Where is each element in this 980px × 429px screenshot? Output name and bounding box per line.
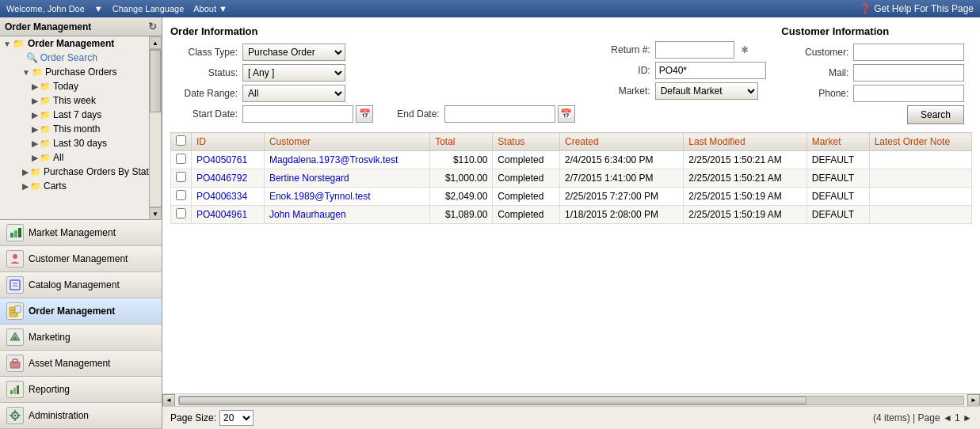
select-all-checkbox[interactable] [176,135,186,146]
customer-input[interactable] [853,44,964,61]
table-header: ID Customer Total Status Created Last Mo… [171,133,972,151]
row-customer[interactable]: Enok.1989@Tynnol.test [264,188,429,206]
sidebar-item-marketing[interactable]: Marketing [0,325,162,351]
row-checkbox-cell[interactable] [171,151,192,169]
id-row: ID: [583,62,774,79]
sidebar-item-this-month[interactable]: ▶ 📁 This month [0,122,149,136]
sidebar-item-catalog-management[interactable]: Catalog Management [0,272,162,298]
sidebar-item-administration[interactable]: Administration [0,403,162,429]
mail-row: Mail: [781,64,972,82]
sidebar-item-reporting[interactable]: Reporting [0,377,162,403]
sidebar-item-last-30-days[interactable]: ▶ 📁 Last 30 days [0,136,149,150]
status-select[interactable]: [ Any ] Completed Pending [242,64,345,82]
col-header-id[interactable]: ID [192,133,265,151]
scroll-track[interactable] [149,49,162,207]
help-link[interactable]: ❓ Get Help For This Page [860,4,974,13]
end-date-calendar-icon[interactable]: 📅 [558,105,575,123]
sidebar-item-market-management[interactable]: Market Management [0,220,162,246]
end-date-input[interactable] [444,105,555,123]
row-checkbox-cell[interactable] [171,188,192,206]
sidebar-item-customer-management[interactable]: Customer Management [0,246,162,272]
row-note [869,169,971,188]
folder-icon: 📁 [40,82,51,92]
class-type-select[interactable]: Purchase Order Return Order Quote [242,44,345,61]
order-management-icon [6,302,24,320]
page-size-select[interactable]: 10 20 50 100 [219,410,254,426]
marketing-icon [6,328,24,346]
start-date-row: Start Date: 📅 End Date: 📅 [170,105,575,123]
col-header-last-modified[interactable]: Last Modified [684,133,807,151]
sidebar-item-po-by-stat[interactable]: ▶ 📁 Purchase Orders By Stat [0,165,149,179]
row-checkbox[interactable] [176,190,186,200]
row-customer[interactable]: Bertine Norstegard [264,169,429,188]
scroll-left-btn[interactable]: ◄ [162,394,175,407]
date-range-label: Date Range: [170,88,238,99]
sidebar-item-label: Reporting [29,384,70,395]
about-menu[interactable]: About ▼ [193,4,227,13]
search-button[interactable]: Search [907,105,964,124]
row-checkbox[interactable] [176,208,186,218]
topbar-left: Welcome, John Doe ▼ Change Language Abou… [6,4,227,13]
sidebar-item-today[interactable]: ▶ 📁 Today [0,79,149,93]
market-label: Market: [583,85,650,97]
content-area: Order Information Class Type: Purchase O… [162,17,980,429]
phone-input[interactable] [853,85,964,102]
scroll-track-h[interactable] [178,396,964,405]
refresh-icon[interactable]: ↻ [148,21,157,32]
row-last-modified: 2/25/2015 1:50:21 AM [684,169,807,188]
sidebar-item-purchase-orders[interactable]: ▼ 📁 Purchase Orders [0,65,149,79]
return-input[interactable] [655,41,734,59]
expand-icon: ▶ [32,154,38,162]
sidebar-item-order-management[interactable]: Order Management [0,298,162,325]
sidebar-item-asset-management[interactable]: Asset Management [0,351,162,377]
row-checkbox[interactable] [176,172,186,182]
date-range-select[interactable]: All Today This Week This Month Custom [242,85,345,102]
id-input[interactable] [655,62,766,79]
col-header-status[interactable]: Status [493,133,560,151]
start-date-input[interactable] [242,105,353,123]
scroll-down-btn[interactable]: ▼ [149,207,162,220]
sidebar-item-order-management-root[interactable]: ▼ 📁 Order Management [0,36,149,51]
start-date-calendar-icon[interactable]: 📅 [356,105,373,123]
scroll-up-btn[interactable]: ▲ [149,36,162,49]
row-checkbox-cell[interactable] [171,206,192,224]
page-size-label: Page Size: [170,412,216,423]
row-last-modified: 2/25/2015 1:50:19 AM [684,206,807,224]
sidebar-item-label: Catalog Management [29,279,120,290]
svg-rect-10 [15,306,21,313]
sidebar-item-carts[interactable]: ▶ 📁 Carts [0,179,149,193]
row-id[interactable]: PO4046792 [192,169,265,188]
tree-vscrollbar[interactable]: ▲ ▼ [149,36,162,220]
col-header-created[interactable]: Created [560,133,684,151]
sidebar-item-this-week[interactable]: ▶ 📁 This week [0,93,149,108]
row-id[interactable]: PO4050761 [192,151,265,169]
row-checkbox[interactable] [176,154,186,164]
folder-icon: 📁 [40,153,51,163]
row-customer[interactable]: Magdalena.1973@Trosvik.test [264,151,429,169]
col-header-customer[interactable]: Customer [264,133,429,151]
col-header-market[interactable]: Market [806,133,869,151]
svg-rect-14 [13,359,17,363]
market-select[interactable]: Default Market All Markets [655,82,758,100]
row-id[interactable]: PO4004961 [192,206,265,224]
folder-icon: 📁 [32,67,43,78]
sidebar-item-all[interactable]: ▶ 📁 All [0,150,149,165]
row-customer[interactable]: John Maurhaugen [264,206,429,224]
id-label: ID: [583,65,650,76]
col-header-note[interactable]: Latest Order Note [869,133,971,151]
sidebar-item-last-7-days[interactable]: ▶ 📁 Last 7 days [0,108,149,122]
sidebar-item-order-search[interactable]: 🔍 Order Search [0,51,149,65]
row-total: $2,049.00 [430,188,493,206]
mail-input[interactable] [853,64,964,82]
row-status: Completed [493,206,560,224]
scroll-right-btn[interactable]: ► [967,394,980,407]
row-total: $1,000.00 [430,169,493,188]
col-header-total[interactable]: Total [430,133,493,151]
row-id[interactable]: PO4006334 [192,188,265,206]
tree-label: All [53,152,63,163]
order-information-section: Order Information Class Type: Purchase O… [170,25,575,126]
expand-icon: ▶ [32,125,38,134]
change-language-link[interactable]: Change Language [112,4,185,13]
row-checkbox-cell[interactable] [171,169,192,188]
horizontal-scrollbar[interactable]: ◄ ► [162,393,980,406]
